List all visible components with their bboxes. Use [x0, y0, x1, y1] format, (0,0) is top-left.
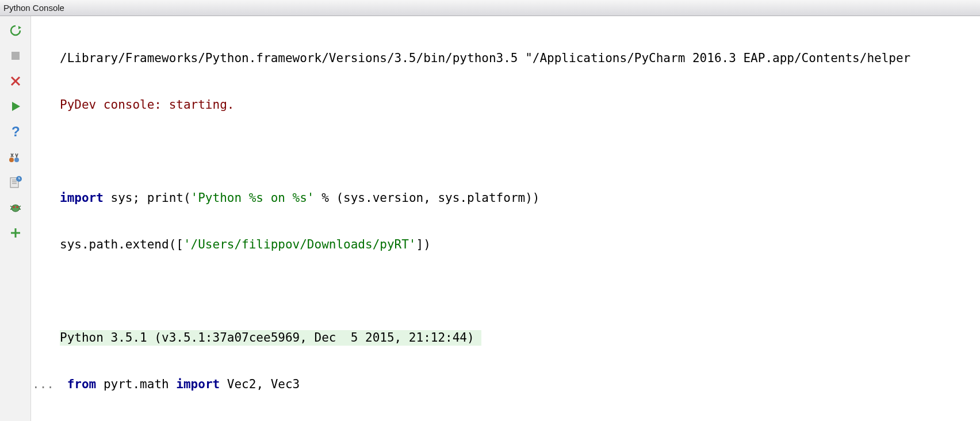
history-icon [9, 176, 22, 189]
add-icon [10, 227, 21, 239]
panel-title: Python Console [3, 3, 64, 13]
svg-line-15 [10, 206, 12, 207]
panel-title-bar: Python Console [0, 0, 980, 16]
svg-rect-0 [12, 52, 20, 60]
svg-point-13 [13, 206, 15, 208]
svg-point-4 [9, 158, 14, 162]
help-button[interactable]: ? [6, 122, 25, 141]
svg-line-18 [19, 209, 21, 209]
sys-path-line: sys.path.extend(['/Users/filippov/Downlo… [60, 237, 980, 252]
console-body: ? [0, 16, 980, 421]
run-button[interactable] [6, 97, 25, 116]
add-button[interactable] [6, 223, 25, 243]
close-button[interactable] [6, 71, 25, 91]
vars-icon [9, 151, 22, 163]
import-sys-line: import sys; print('Python %s on %s' % (s… [60, 190, 980, 206]
svg-line-17 [19, 206, 21, 207]
rerun-button[interactable] [6, 21, 25, 40]
run-icon [10, 101, 21, 112]
history-button[interactable] [6, 173, 25, 192]
toolbar-gutter: ? [0, 16, 31, 421]
rerun-icon [9, 24, 22, 37]
debug-icon [9, 201, 22, 214]
svg-text:?: ? [12, 125, 20, 139]
stop-button[interactable] [6, 46, 25, 66]
stop-icon [10, 51, 21, 61]
vars-button[interactable] [6, 147, 25, 167]
from-pyrt-math: from pyrt.math import Vec2, Vec3 [60, 377, 980, 392]
interpreter-path: /Library/Frameworks/Python.framework/Ver… [60, 51, 980, 66]
close-icon [10, 75, 21, 87]
svg-line-16 [10, 209, 12, 209]
python-version-line: Python 3.5.1 (v3.5.1:37a07cee5969, Dec 5… [60, 330, 980, 346]
help-icon: ? [10, 125, 21, 139]
console-output[interactable]: /Library/Frameworks/Python.framework/Ver… [31, 16, 980, 421]
console-starting: PyDev console: starting. [60, 97, 980, 113]
debug-button[interactable] [6, 198, 25, 217]
svg-point-14 [16, 206, 18, 208]
